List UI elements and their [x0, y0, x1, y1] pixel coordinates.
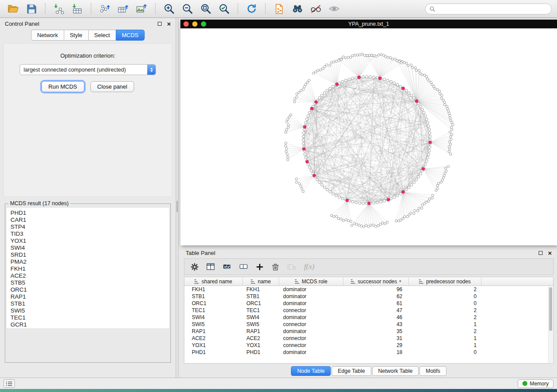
mcds-result-item[interactable]: FKH1 — [10, 265, 169, 272]
column-header-shared-name[interactable]: shared name — [184, 277, 243, 285]
search-input[interactable] — [438, 6, 547, 12]
mcds-result-list[interactable]: PHD1CAR1STP4TID3YOX1SWI4SRD1PMA2FKH1ACE2… — [7, 208, 169, 328]
network-graph[interactable] — [180, 28, 557, 245]
criterion-select[interactable]: largest connected component (undirected) — [20, 64, 156, 75]
function-builder-button[interactable]: f(x) — [304, 262, 315, 271]
table-cell: 62 — [343, 293, 409, 299]
deselect-all-button[interactable] — [239, 262, 248, 271]
mcds-result-item[interactable]: PHD1 — [10, 210, 169, 217]
toolbar-separator — [45, 3, 45, 14]
tab-node-table[interactable]: Node Table — [291, 366, 331, 376]
tab-network[interactable]: Network — [31, 30, 64, 41]
close-table-panel-button[interactable]: × — [548, 250, 552, 256]
run-mcds-button[interactable]: Run MCDS — [42, 81, 84, 92]
export-table-button[interactable] — [115, 2, 131, 16]
mcds-result-item[interactable]: STP4 — [10, 224, 169, 230]
table-settings-button[interactable] — [190, 263, 199, 271]
mcds-result-item[interactable]: SWI5 — [10, 307, 169, 314]
column-type-icon — [194, 279, 199, 284]
tab-edge-table[interactable]: Edge Table — [332, 366, 371, 376]
close-panel-icon-button[interactable]: × — [167, 21, 171, 27]
hide-elements-button[interactable] — [308, 2, 324, 16]
export-image-button[interactable] — [134, 2, 149, 16]
network-window-titlebar[interactable]: YPA_prune.txt_1 — [180, 20, 557, 28]
table-row[interactable]: SWI5SWI5connector431 — [184, 321, 553, 328]
table-scrollbar[interactable] — [548, 286, 553, 363]
zoom-selected-button[interactable] — [216, 2, 232, 16]
mcds-result-item[interactable]: GCR1 — [10, 321, 169, 328]
table-row[interactable]: TEC1TEC1connector472 — [184, 307, 553, 314]
mcds-result-item[interactable]: STB1 — [10, 300, 169, 307]
find-button[interactable] — [290, 2, 305, 16]
scrollbar-thumb[interactable] — [549, 287, 552, 331]
save-button[interactable] — [24, 2, 39, 16]
table-row[interactable]: FKH1FKH1dominator962 — [184, 286, 553, 293]
mcds-result-item[interactable]: SWI4 — [10, 244, 169, 251]
mcds-result-item[interactable]: STB5 — [10, 279, 169, 286]
table-row[interactable]: ACE2ACE2connector311 — [184, 335, 553, 342]
table-row[interactable]: SWI4SWI4dominator462 — [184, 314, 553, 321]
close-panel-button[interactable]: Close panel — [90, 81, 135, 92]
table-cell: FKH1 — [243, 286, 279, 292]
close-window-icon[interactable] — [183, 21, 189, 27]
add-column-button[interactable] — [256, 263, 264, 271]
network-canvas[interactable] — [180, 28, 557, 245]
zoom-in-button[interactable] — [161, 2, 177, 16]
panel-menu-button[interactable] — [3, 379, 15, 388]
mcds-result-item[interactable]: PMA2 — [10, 258, 169, 265]
column-header-successor-nodes[interactable]: successor nodes ▾ — [343, 277, 409, 285]
float-table-panel-button[interactable] — [539, 251, 543, 255]
import-network-icon — [53, 3, 65, 14]
memory-button[interactable]: Memory — [518, 379, 554, 388]
float-panel-button[interactable] — [158, 22, 162, 26]
mcds-result-item[interactable]: SRD1 — [10, 251, 169, 258]
column-header-name[interactable]: name — [243, 277, 279, 285]
mcds-result-item[interactable]: ACE2 — [10, 272, 169, 279]
open-file-button[interactable] — [5, 2, 21, 16]
tab-style[interactable]: Style — [64, 30, 88, 41]
show-columns-button[interactable] — [206, 262, 215, 271]
share-document-button[interactable] — [271, 2, 287, 16]
refresh-layout-button[interactable] — [244, 2, 259, 16]
zoom-fit-button[interactable] — [198, 2, 214, 16]
table-row[interactable]: RAP1RAP1dominator352 — [184, 328, 553, 335]
import-network-button[interactable] — [51, 2, 67, 16]
panel-splitter[interactable] — [176, 18, 179, 378]
maximize-window-icon[interactable] — [201, 21, 206, 27]
table-cell: 2 — [409, 307, 481, 313]
mcds-result-item[interactable]: TEC1 — [10, 314, 169, 321]
mcds-result-item[interactable]: RAP1 — [10, 293, 169, 300]
tab-motifs[interactable]: Motifs — [419, 366, 446, 376]
table-cell: TEC1 — [243, 307, 279, 313]
table-cell: 18 — [343, 349, 409, 355]
mcds-result-item[interactable]: CAR1 — [10, 217, 169, 224]
tab-select[interactable]: Select — [88, 30, 116, 41]
table-row[interactable]: STB1STB1dominator620 — [184, 293, 553, 300]
table-cell: YOX1 — [184, 342, 243, 348]
mcds-result-item[interactable]: YOX1 — [10, 237, 169, 244]
table-row[interactable]: ORC1ORC1dominator610 — [184, 300, 553, 307]
zoom-out-button[interactable] — [180, 2, 195, 16]
checked-boxes-icon — [222, 262, 232, 271]
unchecked-boxes-icon — [239, 262, 248, 271]
delete-row-button[interactable] — [271, 263, 280, 271]
column-header-mcds-role[interactable]: MCDS role — [279, 277, 343, 285]
table-row[interactable]: PHD1PHD1dominator180 — [184, 349, 553, 356]
tab-network-table[interactable]: Network Table — [372, 366, 419, 376]
show-elements-button[interactable] — [326, 2, 342, 16]
mcds-result-item[interactable]: TID3 — [10, 230, 169, 237]
mcds-result-item[interactable]: ORC1 — [10, 286, 169, 293]
table-row[interactable]: YOX1YOX1connector291 — [184, 342, 553, 349]
select-all-button[interactable] — [222, 262, 232, 271]
global-search-field[interactable] — [425, 3, 552, 14]
table-cell: dominator — [279, 349, 343, 355]
delete-column-button[interactable] — [287, 263, 297, 271]
export-network-button[interactable] — [97, 2, 113, 16]
column-header-predecessor-nodes[interactable]: predecessor nodes — [409, 277, 481, 285]
tab-mcds[interactable]: MCDS — [116, 30, 145, 41]
memory-label: Memory — [530, 381, 549, 387]
table-cell: YOX1 — [243, 342, 279, 348]
table-cell: connector — [279, 321, 343, 327]
minimize-window-icon[interactable] — [192, 21, 197, 27]
import-table-button[interactable] — [69, 2, 85, 16]
